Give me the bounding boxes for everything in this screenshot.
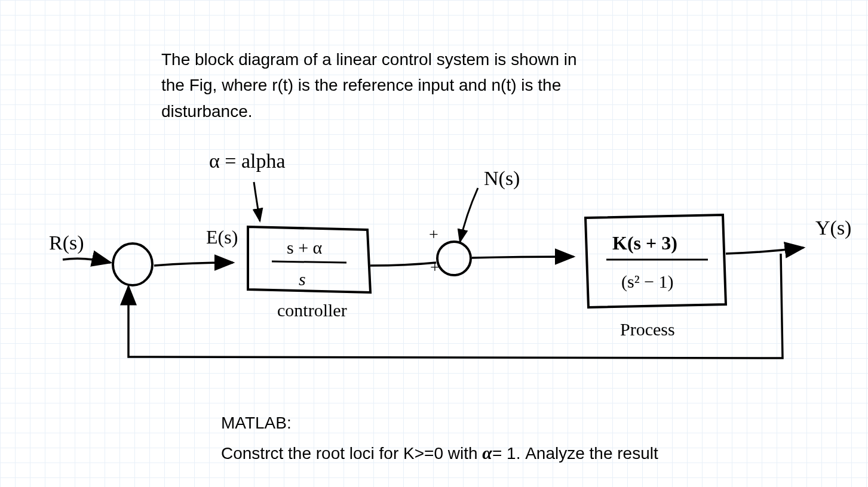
process-block bbox=[585, 215, 726, 307]
controller-numerator: s + α bbox=[287, 238, 323, 257]
summing-junction-2 bbox=[437, 242, 471, 275]
problem-description: The block diagram of a linear control sy… bbox=[161, 47, 579, 124]
task-heading: MATLAB: bbox=[221, 409, 729, 437]
controller-label: controller bbox=[277, 300, 347, 320]
summing-junction-1 bbox=[113, 244, 152, 285]
task-instruction: Constrct the root loci for K>=0 with α= … bbox=[221, 437, 729, 468]
process-numerator: K(s + 3) bbox=[612, 232, 677, 254]
signal-reference: R(s) bbox=[49, 232, 84, 254]
signal-output: Y(s) bbox=[815, 217, 851, 239]
signal-error: E(s) bbox=[206, 226, 238, 248]
block-diagram: s + α s K(s + 3) (s² − 1) bbox=[36, 137, 848, 388]
task-after: = 1. Analyze the result bbox=[492, 444, 658, 463]
task-text: MATLAB: Constrct the root loci for K>=0 … bbox=[221, 409, 729, 468]
plus-sign-1: + bbox=[429, 225, 438, 244]
process-label: Process bbox=[620, 319, 675, 340]
signal-disturbance: N(s) bbox=[484, 167, 520, 190]
plus-sign-2: + bbox=[430, 258, 440, 277]
controller-denominator: s bbox=[299, 269, 306, 289]
alpha-annotation: α = alpha bbox=[209, 150, 286, 172]
task-before: Constrct the root loci for K>=0 with bbox=[221, 444, 482, 463]
process-denominator: (s² − 1) bbox=[621, 272, 674, 292]
alpha-glyph: α bbox=[482, 443, 492, 463]
controller-block bbox=[248, 227, 370, 292]
